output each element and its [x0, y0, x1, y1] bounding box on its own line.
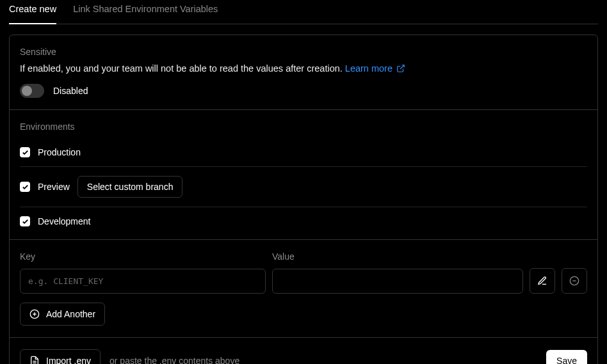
- toggle-knob: [22, 86, 32, 96]
- value-input[interactable]: [272, 269, 523, 294]
- checkbox-development[interactable]: [20, 216, 30, 226]
- edit-value-button[interactable]: [530, 268, 555, 294]
- edit-icon: [537, 276, 547, 286]
- environments-section: Environments Production Preview Select c…: [10, 109, 597, 239]
- checkbox-preview[interactable]: [20, 182, 30, 192]
- env-label-development: Development: [38, 216, 91, 226]
- learn-more-text: Learn more: [345, 63, 393, 74]
- file-icon: [29, 356, 40, 364]
- key-column-label: Key: [20, 251, 266, 262]
- import-env-label: Import .env: [46, 356, 91, 364]
- kv-row: [20, 268, 587, 294]
- env-item-development: Development: [20, 207, 587, 228]
- sensitive-description: If enabled, you and your team will not b…: [20, 63, 587, 74]
- value-column-label: Value: [272, 251, 587, 262]
- select-custom-branch-button[interactable]: Select custom branch: [77, 176, 183, 198]
- environments-label: Environments: [20, 122, 587, 132]
- tab-link-shared[interactable]: Link Shared Environment Variables: [73, 4, 218, 24]
- check-icon: [22, 218, 29, 225]
- kv-section: Key Value: [10, 239, 597, 337]
- env-label-production: Production: [38, 147, 81, 157]
- check-icon: [22, 149, 29, 156]
- checkbox-production[interactable]: [20, 147, 30, 157]
- env-item-production: Production: [20, 138, 587, 166]
- sensitive-label: Sensitive: [20, 47, 587, 57]
- env-item-preview: Preview Select custom branch: [20, 166, 587, 207]
- external-link-icon: [396, 64, 405, 73]
- plus-circle-icon: [29, 309, 40, 319]
- sensitive-state: Disabled: [53, 86, 88, 96]
- check-icon: [22, 184, 29, 191]
- sensitive-description-text: If enabled, you and your team will not b…: [20, 63, 343, 74]
- panel-footer: Import .env or paste the .env contents a…: [10, 337, 597, 364]
- env-label-preview: Preview: [38, 182, 70, 192]
- sensitive-section: Sensitive If enabled, you and your team …: [10, 35, 597, 109]
- remove-row-button[interactable]: [562, 268, 587, 294]
- add-another-button[interactable]: Add Another: [20, 303, 105, 326]
- tabs: Create new Link Shared Environment Varia…: [9, 0, 598, 24]
- add-another-label: Add Another: [46, 309, 95, 319]
- env-vars-panel: Sensitive If enabled, you and your team …: [9, 35, 598, 364]
- minus-circle-icon: [569, 276, 579, 286]
- import-env-button[interactable]: Import .env: [20, 349, 101, 364]
- footer-hint: or paste the .env contents above: [109, 356, 239, 364]
- sensitive-toggle[interactable]: [20, 84, 44, 98]
- key-input[interactable]: [20, 269, 266, 294]
- tab-create-new[interactable]: Create new: [9, 4, 56, 24]
- save-button[interactable]: Save: [546, 350, 587, 364]
- learn-more-link[interactable]: Learn more: [345, 63, 405, 74]
- svg-line-0: [400, 65, 404, 69]
